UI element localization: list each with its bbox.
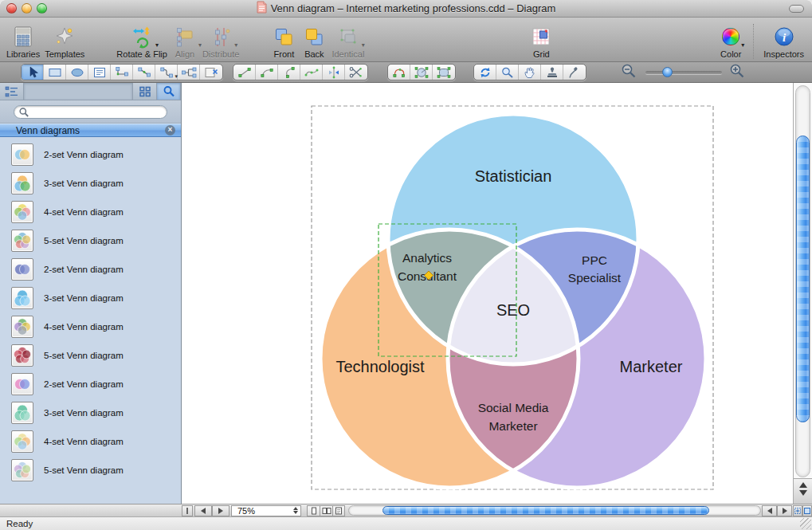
library-item-label: 5-set Venn diagram xyxy=(44,351,124,360)
templates-icon xyxy=(53,24,76,49)
zoom-slider-thumb[interactable] xyxy=(662,67,673,77)
close-window-button[interactable] xyxy=(6,3,17,14)
scroll-up-icon[interactable] xyxy=(799,482,807,488)
venn-5-icon xyxy=(11,344,33,367)
grid-button[interactable]: Grid xyxy=(527,24,555,59)
library-item-label: 4-set Venn diagram xyxy=(44,207,124,217)
next-page-button[interactable] xyxy=(212,505,229,516)
text-tool-button[interactable] xyxy=(88,65,111,80)
label-seo: SEO xyxy=(496,301,530,319)
pan-view-button[interactable] xyxy=(793,505,802,516)
smart-connector-button[interactable] xyxy=(155,65,178,80)
horizontal-scrollbar[interactable] xyxy=(348,505,761,516)
zoom-slider[interactable] xyxy=(645,71,722,74)
library-item-label: 2-set Venn diagram xyxy=(44,150,124,159)
zoom-in-icon[interactable] xyxy=(728,63,747,82)
library-item-1[interactable]: 2-set Venn diagram xyxy=(0,140,181,169)
direct-connector-button[interactable] xyxy=(133,65,155,80)
zoom-tool-button[interactable] xyxy=(496,65,519,80)
front-button[interactable]: Front xyxy=(269,24,298,59)
horizontal-scroll-thumb[interactable] xyxy=(382,506,709,515)
drawing-canvas[interactable]: Statistician Analytics Consultant PPC Sp… xyxy=(182,83,793,504)
search-view-button[interactable] xyxy=(157,83,181,100)
main-toolbar: LibrariesTemplates▾Rotate & Flip▾Align▾D… xyxy=(0,18,812,62)
tool-group-3 xyxy=(387,64,456,80)
rectangle-tool-button[interactable] xyxy=(44,65,66,80)
eyedropper-button[interactable] xyxy=(563,65,586,80)
zoom-level-field[interactable]: 75% xyxy=(231,505,301,516)
library-item-label: 2-set Venn diagram xyxy=(44,379,124,389)
sidebar-splitter[interactable] xyxy=(182,505,193,516)
library-item-8[interactable]: 5-set Venn diagram xyxy=(0,341,181,370)
vertical-scroll-track[interactable] xyxy=(795,85,810,477)
library-item-6[interactable]: 3-set Venn diagram xyxy=(0,284,181,312)
select-tool-button[interactable] xyxy=(22,65,44,80)
arc-button[interactable] xyxy=(256,65,278,80)
toolbar-item-label: Align xyxy=(175,49,194,59)
vertical-scrollbar[interactable] xyxy=(793,83,812,504)
color-button[interactable]: ▾Color xyxy=(716,24,745,59)
templates-button[interactable]: Templates xyxy=(43,24,86,59)
library-item-3[interactable]: 4-set Venn diagram xyxy=(0,198,181,226)
spline-button[interactable] xyxy=(300,65,323,80)
single-page-view-button[interactable] xyxy=(307,505,320,516)
close-icon[interactable]: × xyxy=(165,125,175,135)
disconnect-button[interactable] xyxy=(200,65,222,80)
label-analytics-line1: Analytics xyxy=(402,251,452,265)
venn-3-icon xyxy=(11,402,33,424)
shape-edit-button[interactable] xyxy=(410,65,433,80)
inspectors-button[interactable]: iInspectors xyxy=(753,24,806,59)
rotate-flip-button[interactable]: ▾Rotate & Flip xyxy=(115,24,169,59)
hand-button[interactable] xyxy=(519,65,541,80)
scroll-left-button[interactable] xyxy=(762,505,777,516)
tree-connector-button[interactable] xyxy=(178,65,200,80)
library-item-11[interactable]: 4-set Venn diagram xyxy=(0,427,181,456)
search-input[interactable] xyxy=(30,107,150,116)
vertical-scroll-thumb[interactable] xyxy=(796,135,810,422)
library-item-5[interactable]: 2-set Venn diagram xyxy=(0,255,181,284)
grid-view-button[interactable] xyxy=(133,83,157,100)
ellipse-tool-button[interactable] xyxy=(66,65,88,80)
fit-page-button[interactable] xyxy=(802,505,812,516)
stamp-button[interactable] xyxy=(541,65,563,80)
venn-4-icon xyxy=(11,430,33,453)
refresh-button[interactable] xyxy=(474,65,496,80)
scissors-button[interactable] xyxy=(345,65,367,80)
minimize-window-button[interactable] xyxy=(22,3,32,14)
library-item-label: 3-set Venn diagram xyxy=(44,408,124,418)
search-field[interactable] xyxy=(14,105,167,119)
library-item-2[interactable]: 3-set Venn diagram xyxy=(0,169,181,198)
previous-page-button[interactable] xyxy=(194,505,212,516)
scroll-right-button[interactable] xyxy=(777,505,792,516)
curve-button[interactable] xyxy=(278,65,300,80)
library-item-9[interactable]: 2-set Venn diagram xyxy=(0,370,181,398)
page-strip-view-button[interactable] xyxy=(332,505,345,516)
elbow-connector-button[interactable] xyxy=(111,65,133,80)
window-title: Venn diagram – Internet marketing profes… xyxy=(271,2,556,14)
front-icon xyxy=(272,24,296,49)
library-item-4[interactable]: 5-set Venn diagram xyxy=(0,226,181,255)
libraries-button[interactable]: Libraries xyxy=(5,24,41,59)
freeform-button[interactable] xyxy=(388,65,410,80)
mirror-button[interactable] xyxy=(323,65,345,80)
library-item-12[interactable]: 5-set Venn diagram xyxy=(0,456,181,485)
group-edit-button[interactable] xyxy=(433,65,455,80)
toolbar-toggle-button[interactable] xyxy=(789,5,804,13)
grid-icon xyxy=(529,24,553,49)
back-button[interactable]: Back xyxy=(300,24,328,59)
tree-view-button[interactable] xyxy=(0,83,24,100)
library-item-10[interactable]: 3-set Venn diagram xyxy=(0,398,181,427)
color-icon: ▾ xyxy=(722,24,739,49)
toolbar-item-label: Templates xyxy=(45,49,84,59)
scroll-down-icon[interactable] xyxy=(799,490,807,496)
resize-grip[interactable] xyxy=(800,518,811,529)
zoom-out-icon[interactable] xyxy=(620,63,639,82)
venn-5-icon xyxy=(11,230,33,252)
drawing-toolbar xyxy=(0,62,812,83)
zoom-stepper[interactable] xyxy=(293,507,298,514)
library-item-7[interactable]: 4-set Venn diagram xyxy=(0,312,181,341)
facing-pages-view-button[interactable] xyxy=(320,505,332,516)
zoom-window-button[interactable] xyxy=(37,3,47,14)
line-button[interactable] xyxy=(233,65,256,80)
venn-5-icon xyxy=(11,459,33,481)
